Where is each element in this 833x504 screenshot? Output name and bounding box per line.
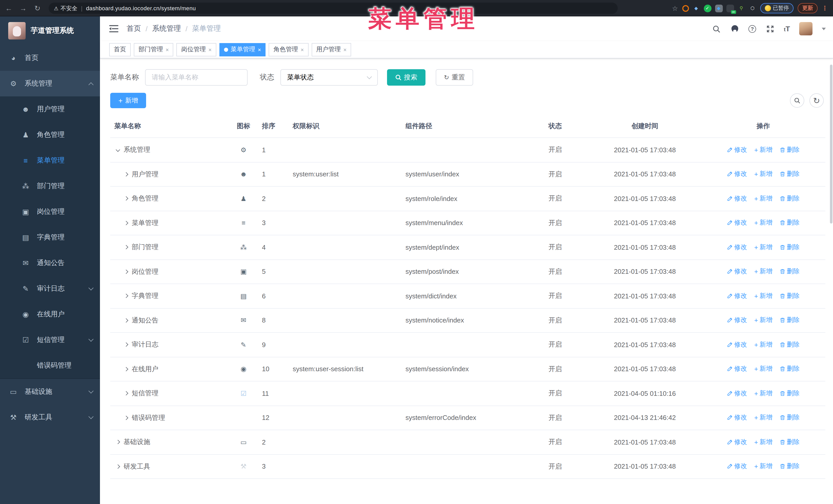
url-text[interactable]: dashboard.yudao.iocoder.cn/system/menu bbox=[86, 5, 196, 11]
tree-expand-icon[interactable] bbox=[124, 269, 128, 274]
table-row[interactable]: 错误码管理12system/errorCode/index开启2021-04-1… bbox=[110, 406, 825, 430]
sidebar-item-首页[interactable]: ◕首页 bbox=[0, 45, 100, 71]
delete-link[interactable]: 删除 bbox=[780, 219, 800, 227]
github-icon[interactable] bbox=[730, 24, 739, 33]
sidebar-item-研发工具[interactable]: ⚒研发工具 bbox=[0, 405, 100, 430]
browser-menu-icon[interactable]: ⋮ bbox=[822, 5, 828, 12]
edit-link[interactable]: 修改 bbox=[727, 219, 747, 227]
close-icon[interactable]: × bbox=[258, 46, 261, 52]
table-row[interactable]: 通知公告✉8system/notice/index开启2021-01-05 17… bbox=[110, 308, 825, 333]
delete-link[interactable]: 删除 bbox=[780, 389, 800, 398]
table-row[interactable]: 基础设施▭2开启2021-01-05 17:03:48修改+新增删除 bbox=[110, 430, 825, 455]
extension-icon[interactable]: ◆ bbox=[715, 4, 722, 12]
forward-icon[interactable]: → bbox=[18, 2, 29, 14]
tag-首页[interactable]: 首页 bbox=[109, 43, 131, 56]
delete-link[interactable]: 删除 bbox=[780, 146, 800, 154]
show-search-button[interactable] bbox=[790, 93, 804, 108]
tree-expand-icon[interactable] bbox=[124, 318, 128, 322]
table-row[interactable]: 系统管理⚙1开启2021-01-05 17:03:48修改+新增删除 bbox=[110, 138, 825, 162]
tree-expand-icon[interactable] bbox=[124, 391, 128, 395]
extension-puzzle-icon[interactable]: ⬡ bbox=[749, 4, 756, 12]
tree-expand-icon[interactable] bbox=[124, 415, 128, 420]
back-icon[interactable]: ← bbox=[3, 2, 14, 14]
tree-expand-icon[interactable] bbox=[124, 342, 128, 347]
sidebar-item-菜单管理[interactable]: ≡菜单管理 bbox=[0, 148, 100, 173]
sidebar-item-基础设施[interactable]: ▭基础设施 bbox=[0, 379, 100, 405]
tag-用户管理[interactable]: 用户管理× bbox=[312, 43, 351, 56]
user-menu-caret-icon[interactable] bbox=[822, 27, 826, 30]
delete-link[interactable]: 删除 bbox=[780, 340, 800, 349]
edit-link[interactable]: 修改 bbox=[727, 170, 747, 179]
app-logo[interactable]: 芋道管理系统 bbox=[0, 17, 100, 45]
sidebar-item-审计日志[interactable]: ✎审计日志 bbox=[0, 276, 100, 302]
edit-link[interactable]: 修改 bbox=[727, 267, 747, 276]
extension-icon[interactable]: ✓ bbox=[704, 4, 711, 12]
tree-expand-icon[interactable] bbox=[124, 367, 128, 371]
tree-expand-icon[interactable] bbox=[124, 245, 128, 249]
edit-link[interactable]: 修改 bbox=[727, 316, 747, 325]
paused-badge[interactable]: 已暂停 bbox=[760, 3, 793, 13]
status-select[interactable]: 菜单状态 bbox=[280, 69, 378, 86]
sidebar-item-岗位管理[interactable]: ▣岗位管理 bbox=[0, 199, 100, 224]
security-label[interactable]: 不安全 bbox=[61, 4, 77, 12]
delete-link[interactable]: 删除 bbox=[780, 365, 800, 374]
collapse-sidebar-icon[interactable] bbox=[109, 25, 118, 32]
help-icon[interactable]: ? bbox=[748, 25, 756, 32]
delete-link[interactable]: 删除 bbox=[780, 316, 800, 325]
page-scrollbar[interactable] bbox=[830, 34, 832, 504]
bookmark-star-icon[interactable]: ☆ bbox=[672, 4, 678, 12]
tree-expand-icon[interactable] bbox=[124, 196, 128, 201]
edit-link[interactable]: 修改 bbox=[727, 243, 747, 252]
table-row[interactable]: 研发工具⚒3开启2021-01-05 17:03:48修改+新增删除 bbox=[110, 455, 825, 479]
tree-expand-icon[interactable] bbox=[124, 221, 128, 225]
tree-expand-icon[interactable] bbox=[124, 294, 128, 298]
close-icon[interactable]: × bbox=[301, 46, 304, 52]
tag-角色管理[interactable]: 角色管理× bbox=[269, 43, 309, 56]
add-child-link[interactable]: +新增 bbox=[754, 292, 772, 301]
add-child-link[interactable]: +新增 bbox=[754, 413, 772, 422]
font-size-icon[interactable]: tT bbox=[784, 25, 790, 33]
edit-link[interactable]: 修改 bbox=[727, 340, 747, 349]
edit-link[interactable]: 修改 bbox=[727, 389, 747, 398]
search-icon[interactable] bbox=[712, 24, 721, 33]
close-icon[interactable]: × bbox=[208, 46, 212, 52]
reload-icon[interactable]: ↻ bbox=[32, 2, 43, 14]
table-row[interactable]: 部门管理⁂4system/dept/index开启2021-01-05 17:0… bbox=[110, 235, 825, 260]
delete-link[interactable]: 删除 bbox=[780, 292, 800, 301]
extension-icon[interactable]: on bbox=[726, 4, 734, 12]
sidebar-item-部门管理[interactable]: ⁂部门管理 bbox=[0, 173, 100, 199]
table-row[interactable]: 岗位管理▣5system/post/index开启2021-01-05 17:0… bbox=[110, 260, 825, 284]
table-row[interactable]: 角色管理♟2system/role/index开启2021-01-05 17:0… bbox=[110, 187, 825, 211]
tag-岗位管理[interactable]: 岗位管理× bbox=[176, 43, 216, 56]
add-child-link[interactable]: +新增 bbox=[754, 267, 772, 276]
table-row[interactable]: 菜单管理≡3system/menu/index开启2021-01-05 17:0… bbox=[110, 211, 825, 235]
update-button[interactable]: 更新 bbox=[798, 3, 818, 13]
add-child-link[interactable]: +新增 bbox=[754, 389, 772, 398]
table-row[interactable]: 审计日志✎9开启2021-01-05 17:03:48修改+新增删除 bbox=[110, 333, 825, 357]
add-child-link[interactable]: +新增 bbox=[754, 146, 772, 154]
add-child-link[interactable]: +新增 bbox=[754, 462, 772, 471]
tag-菜单管理[interactable]: 菜单管理× bbox=[219, 43, 266, 56]
delete-link[interactable]: 删除 bbox=[780, 413, 800, 422]
menu-name-input[interactable]: 请输入菜单名称 bbox=[145, 69, 247, 86]
table-row[interactable]: 字典管理▤6system/dict/index开启2021-01-05 17:0… bbox=[110, 284, 825, 308]
fullscreen-icon[interactable] bbox=[765, 24, 775, 33]
sidebar-item-短信管理[interactable]: ☑短信管理 bbox=[0, 327, 100, 353]
sidebar-item-在线用户[interactable]: ◉在线用户 bbox=[0, 302, 100, 327]
edit-link[interactable]: 修改 bbox=[727, 146, 747, 154]
sidebar-item-通知公告[interactable]: ✉通知公告 bbox=[0, 250, 100, 276]
reset-button[interactable]: ↻ 重置 bbox=[436, 69, 473, 86]
delete-link[interactable]: 删除 bbox=[780, 243, 800, 252]
sidebar-item-系统管理[interactable]: ⚙系统管理 bbox=[0, 71, 100, 96]
close-icon[interactable]: × bbox=[166, 46, 169, 52]
add-child-link[interactable]: +新增 bbox=[754, 340, 772, 349]
search-button[interactable]: 搜索 bbox=[387, 69, 426, 86]
delete-link[interactable]: 删除 bbox=[780, 267, 800, 276]
sidebar-item-用户管理[interactable]: ☻用户管理 bbox=[0, 96, 100, 122]
sidebar-item-字典管理[interactable]: ▤字典管理 bbox=[0, 224, 100, 250]
edit-link[interactable]: 修改 bbox=[727, 438, 747, 447]
add-child-link[interactable]: +新增 bbox=[754, 438, 772, 447]
tree-expand-icon[interactable] bbox=[124, 172, 128, 176]
tree-expand-icon[interactable] bbox=[116, 440, 120, 444]
edit-link[interactable]: 修改 bbox=[727, 413, 747, 422]
